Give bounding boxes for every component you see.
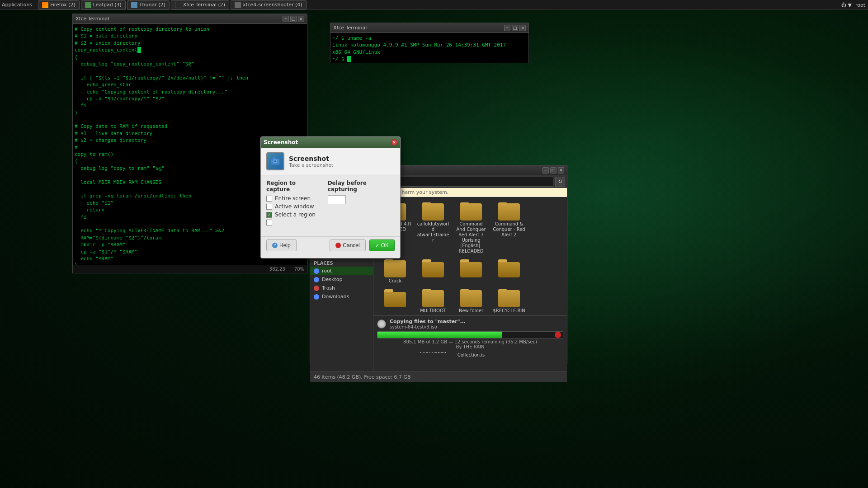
sidebar-item-downloads[interactable]: Downloads xyxy=(310,292,373,301)
maximize-btn-right[interactable]: □ xyxy=(512,25,518,31)
terminal-content-right[interactable]: ~/ $ uname -a Linux kolomonggo 4.9.9 #1 … xyxy=(330,33,528,63)
folder-icon xyxy=(422,289,444,307)
copy-info: Copying files to "master"... system-64-t… xyxy=(377,319,563,329)
active-window-checkbox[interactable] xyxy=(266,204,272,210)
applications-label: Applications xyxy=(2,2,32,8)
active-window-option[interactable]: Active window xyxy=(266,203,319,210)
term-line: } xyxy=(75,109,305,116)
cursor-position: 382,23 xyxy=(269,267,285,272)
taskbar-screenshooter[interactable]: xfce4-screenshooter (4) xyxy=(231,0,307,9)
svg-rect-3 xyxy=(273,157,275,159)
file-item-multiboot[interactable]: MULTIBOOT xyxy=(415,287,451,315)
terminal-status-bar: 382,23 70% xyxy=(73,265,307,273)
dialog-header: Screenshot Take a screenshot xyxy=(261,148,400,175)
close-btn-left[interactable]: ✕ xyxy=(298,16,304,22)
dialog-title: Screenshot xyxy=(264,139,298,145)
iso-file-icon xyxy=(377,319,386,328)
file-item-unnamed1[interactable] xyxy=(415,258,451,286)
term-line: # $1 = live data directory xyxy=(75,130,305,137)
term-line: debug_log "copy_rootcopy_content" "$@" xyxy=(75,61,305,67)
dialog-app-subtitle: Take a screenshot xyxy=(289,162,333,168)
progress-bar-container xyxy=(377,331,563,338)
select-region-label: Select a region xyxy=(275,211,316,218)
taskbar: Applications Firefox (2) Leafpad (3) Thu… xyxy=(0,0,868,10)
sidebar-item-desktop[interactable]: Desktop xyxy=(310,275,373,284)
dialog-titlebar: Screenshot ✕ xyxy=(261,137,400,148)
folder-icon xyxy=(422,202,444,221)
folder-icon xyxy=(384,259,406,277)
close-btn-right[interactable]: ✕ xyxy=(519,25,526,31)
downloads-icon xyxy=(314,294,319,300)
cancel-button[interactable]: Cancel xyxy=(330,239,365,251)
file-item-callofduty[interactable]: callofdutyworld atwar13trainer xyxy=(415,201,451,256)
extra-checkbox[interactable] xyxy=(266,220,272,225)
ok-button[interactable]: ✓ OK xyxy=(369,239,395,251)
maximize-btn-left[interactable]: □ xyxy=(290,16,297,22)
terminal-controls-right: ─ □ ✕ xyxy=(504,25,526,31)
progress-bar-fill xyxy=(377,332,502,338)
places-section-label: PLACES xyxy=(310,259,373,267)
entire-screen-label: Entire screen xyxy=(275,195,311,202)
minimize-btn-left[interactable]: ─ xyxy=(283,16,289,22)
file-label: Crack xyxy=(389,278,402,284)
dialog-close-button[interactable]: ✕ xyxy=(391,139,397,145)
folder-icon xyxy=(422,259,444,277)
desktop-icon xyxy=(314,277,319,282)
file-label: Command & Conquer - Red Alert 2 xyxy=(493,221,525,238)
entire-screen-checkbox[interactable] xyxy=(266,196,272,202)
select-region-option[interactable]: Select a region xyxy=(266,211,319,218)
term-line-r2: Linux kolomonggo 4.9.9 #1 SMP Sun Mar 26… xyxy=(332,42,527,56)
taskbar-firefox[interactable]: Firefox (2) xyxy=(38,0,79,9)
home-icon xyxy=(314,268,319,274)
term-line: echo "Copying content of rootcopy direct… xyxy=(75,89,305,95)
term-line: cp -a "$1/rootcopy/*" "$2" xyxy=(75,95,305,102)
leafpad-icon xyxy=(85,2,91,8)
screenshot-icon xyxy=(235,2,241,8)
current-user: root xyxy=(855,2,865,8)
sidebar-item-root[interactable]: root xyxy=(310,267,373,275)
thunar-close[interactable]: ✕ xyxy=(558,167,564,174)
file-item-unnamed4[interactable] xyxy=(377,287,413,315)
file-item-unnamed2[interactable] xyxy=(453,258,489,286)
file-item-cnc-ra2[interactable]: Command & Conquer - Red Alert 2 xyxy=(491,201,527,256)
refresh-button[interactable]: ↻ xyxy=(555,177,565,187)
terminal-titlebar-left: Xfce Terminal ─ □ ✕ xyxy=(73,14,307,24)
dialog-two-columns: Region to capture Entire screen Active w… xyxy=(266,180,395,232)
extra-checkbox-row[interactable] xyxy=(266,220,319,225)
stop-copy-button[interactable] xyxy=(555,332,561,338)
folder-icon xyxy=(498,259,520,277)
help-button[interactable]: ? Help xyxy=(266,239,297,251)
term-line xyxy=(75,116,305,123)
thunar-maximize[interactable]: □ xyxy=(550,167,557,174)
select-region-checkbox[interactable] xyxy=(266,212,272,218)
file-item-newfolder[interactable]: New folder xyxy=(453,287,489,315)
cancel-icon xyxy=(335,243,341,248)
file-item-cnc-ra3[interactable]: Command And Conquer Red Alert 3 Uprising… xyxy=(453,201,489,256)
screenshot-app-icon-inner xyxy=(267,153,283,169)
delay-input[interactable] xyxy=(328,195,346,204)
dialog-app-name: Screenshot xyxy=(289,155,333,162)
terminal-titlebar-right: Xfce Terminal ─ □ ✕ xyxy=(330,23,528,33)
term-line xyxy=(75,67,305,74)
applications-menu[interactable]: Applications xyxy=(0,2,36,8)
region-title: Region to capture xyxy=(266,180,319,192)
delay-section: Delay before capturing xyxy=(328,180,395,227)
dialog-body: Region to capture Entire screen Active w… xyxy=(261,175,400,236)
taskbar-terminal[interactable]: Xfce Terminal (2) xyxy=(171,0,229,9)
taskbar-thunar[interactable]: Thunar (2) xyxy=(127,0,170,9)
folder-icon xyxy=(460,289,482,307)
svg-point-2 xyxy=(274,160,277,163)
file-item-unnamed3[interactable] xyxy=(491,258,527,286)
term-line: copy_rootcopy_content xyxy=(75,47,305,53)
taskbar-leafpad[interactable]: Leafpad (3) xyxy=(81,0,126,9)
file-item-recyclebin[interactable]: $RECYCLE.BIN xyxy=(491,287,527,315)
sidebar-item-trash[interactable]: Trash xyxy=(310,284,373,292)
thunar-minimize[interactable]: ─ xyxy=(542,167,549,174)
minimize-btn-right[interactable]: ─ xyxy=(504,25,510,31)
file-item-crack[interactable]: Crack xyxy=(377,258,413,286)
term-line: # Copy data to RAM if requested xyxy=(75,123,305,130)
terminal-title-right: Xfce Terminal xyxy=(333,25,367,31)
entire-screen-option[interactable]: Entire screen xyxy=(266,195,319,202)
term-line-r3: ~/ $ xyxy=(332,56,527,62)
term-line: # $2 = union directory xyxy=(75,40,305,47)
